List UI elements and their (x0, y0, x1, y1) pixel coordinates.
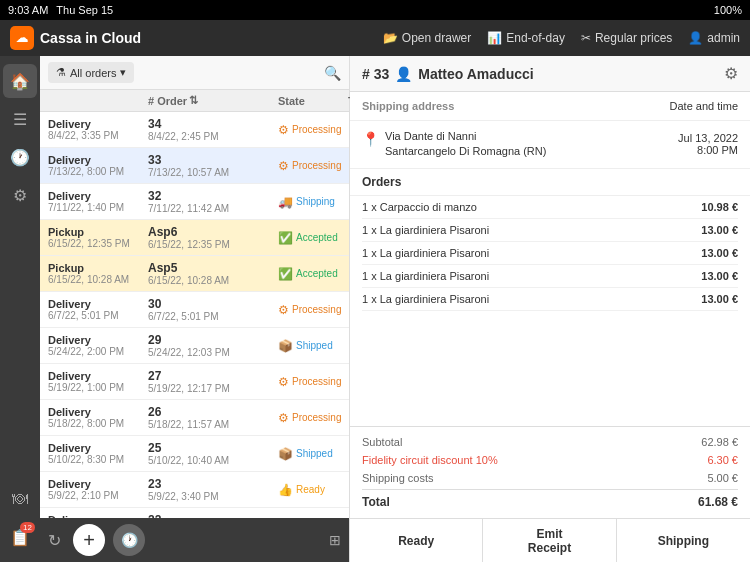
state-icon: ✅ (278, 231, 293, 245)
shipping-cost-label: Shipping costs (362, 472, 434, 484)
total-label: Total (362, 495, 390, 509)
order-row[interactable]: Delivery 7/11/22, 1:40 PM 32 7/11/22, 11… (40, 184, 349, 220)
state-label: Accepted (296, 268, 338, 279)
subtotal-label: Subtotal (362, 436, 402, 448)
sidebar-home[interactable]: 🏠 (3, 64, 37, 98)
chevron-down-icon: ▾ (120, 66, 126, 79)
filter-button[interactable]: ⚗ All orders ▾ (48, 62, 134, 83)
footer-btn-emit-receipt[interactable]: Emit Receipt (483, 519, 616, 562)
order-total: 45.50 € (348, 412, 349, 424)
state-label: Processing (292, 124, 341, 135)
order-items-list: 1 x Carpaccio di manzo 10.98 € 1 x La gi… (350, 196, 750, 426)
order-type-label: Pickup (48, 226, 148, 238)
sidebar-settings[interactable]: ⚙ (3, 178, 37, 212)
detail-panel: # 33 👤 Matteo Amaducci ⚙ Shipping addres… (350, 56, 750, 562)
order-row[interactable]: Pickup 6/15/22, 10:28 AM Asp5 6/15/22, 1… (40, 256, 349, 292)
main-layout: 🏠 ☰ 🕐 ⚙ 🍽 📋 12 ⚗ All orders ▾ 🔍 # Order … (0, 56, 750, 562)
order-number-date: 6/15/22, 10:28 AM (148, 275, 278, 286)
order-row[interactable]: Delivery 8/4/22, 3:35 PM 34 8/4/22, 2:45… (40, 112, 349, 148)
order-type-date: 6/15/22, 12:35 PM (48, 238, 148, 249)
state-icon: 📦 (278, 339, 293, 353)
subtotal-row: Subtotal 62.98 € (362, 433, 738, 451)
filter-label: All orders (70, 67, 116, 79)
discount-value: 6.30 € (707, 454, 738, 466)
state-icon: ⚙ (278, 303, 289, 317)
order-row[interactable]: Delivery 5/9/22, 3:30 PM 22 5/9/22, 3:31… (40, 508, 349, 518)
refresh-button[interactable]: ↻ (48, 531, 61, 550)
detail-settings-icon[interactable]: ⚙ (724, 64, 738, 83)
order-type-date: 5/19/22, 1:00 PM (48, 382, 148, 393)
order-type-cell: Delivery 5/9/22, 2:10 PM (48, 478, 148, 501)
shipping-cost-value: 5.00 € (707, 472, 738, 484)
order-number-label: 27 (148, 369, 278, 383)
sidebar-list[interactable]: ☰ (3, 102, 37, 136)
bottom-actions: ↻ + 🕐 ⊞ (40, 518, 349, 562)
order-number-label: 23 (148, 477, 278, 491)
order-row[interactable]: Delivery 5/24/22, 2:00 PM 29 5/24/22, 12… (40, 328, 349, 364)
order-number-cell: Asp5 6/15/22, 10:28 AM (148, 261, 278, 286)
order-row[interactable]: Delivery 5/9/22, 2:10 PM 23 5/9/22, 3:40… (40, 472, 349, 508)
item-name: 1 x La giardiniera Pisaroni (362, 224, 489, 236)
search-button[interactable]: 🔍 (324, 65, 341, 81)
footer-btn-shipping[interactable]: Shipping (617, 519, 750, 562)
order-total: 49.10 € (348, 484, 349, 496)
top-nav: ☁ Cassa in Cloud 📂 Open drawer 📊 End-of-… (0, 20, 750, 56)
date: Thu Sep 15 (56, 4, 113, 16)
order-number-date: 5/18/22, 11:57 AM (148, 419, 278, 430)
order-row[interactable]: Delivery 5/10/22, 8:30 PM 25 5/10/22, 10… (40, 436, 349, 472)
schedule-button[interactable]: 🕐 (113, 524, 145, 556)
order-state: 📦 Shipped (278, 447, 348, 461)
regular-prices-btn[interactable]: ✂ Regular prices (581, 31, 672, 45)
detail-footer: ReadyEmit ReceiptShipping (350, 518, 750, 562)
item-price: 13.00 € (701, 224, 738, 236)
item-price: 13.00 € (701, 293, 738, 305)
order-type-date: 5/9/22, 2:10 PM (48, 490, 148, 501)
col-order: # Order ⇅ (148, 94, 278, 107)
footer-btn-ready[interactable]: Ready (350, 519, 483, 562)
discount-label: Fidelity circuit discount 10% (362, 454, 498, 466)
sidebar-clock[interactable]: 🕐 (3, 140, 37, 174)
order-type-date: 7/13/22, 8:00 PM (48, 166, 148, 177)
state-icon: ✅ (278, 267, 293, 281)
add-order-button[interactable]: + (73, 524, 105, 556)
order-total: 61.68 € (348, 160, 349, 172)
location-icon: 📍 (362, 131, 379, 147)
col-type (48, 94, 148, 107)
order-type-label: Delivery (48, 406, 148, 418)
admin-btn[interactable]: 👤 admin (688, 31, 740, 45)
detail-header: # 33 👤 Matteo Amaducci ⚙ (350, 56, 750, 92)
order-row[interactable]: Delivery 7/13/22, 8:00 PM 33 7/13/22, 10… (40, 148, 349, 184)
total-row: Total 61.68 € (362, 489, 738, 512)
col-state: State (278, 94, 348, 107)
order-type-label: Pickup (48, 262, 148, 274)
state-icon: ⚙ (278, 159, 289, 173)
status-bar: 9:03 AM Thu Sep 15 100% (0, 0, 750, 20)
order-type-cell: Delivery 7/11/22, 1:40 PM (48, 190, 148, 213)
state-label: Processing (292, 160, 341, 171)
order-type-date: 6/15/22, 10:28 AM (48, 274, 148, 285)
order-number-label: 30 (148, 297, 278, 311)
order-type-cell: Delivery 5/19/22, 1:00 PM (48, 370, 148, 393)
order-row[interactable]: Delivery 5/18/22, 8:00 PM 26 5/18/22, 11… (40, 400, 349, 436)
sidebar-orders[interactable]: 📋 12 (3, 520, 37, 554)
order-item: 1 x La giardiniera Pisaroni 13.00 € (362, 242, 738, 265)
order-item: 1 x Carpaccio di manzo 10.98 € (362, 196, 738, 219)
sidebar-food[interactable]: 🍽 (3, 482, 37, 516)
date-time-label: Date and time (550, 100, 738, 112)
order-type-label: Delivery (48, 334, 148, 346)
bottom-settings-icon[interactable]: ⊞ (329, 532, 341, 548)
order-row[interactable]: Delivery 6/7/22, 5:01 PM 30 6/7/22, 5:01… (40, 292, 349, 328)
discount-row: Fidelity circuit discount 10% 6.30 € (362, 451, 738, 469)
time: 9:03 AM (8, 4, 48, 16)
status-bar-right: 100% (714, 4, 742, 16)
end-of-day-btn[interactable]: 📊 End-of-day (487, 31, 565, 45)
search-icon: 🔍 (324, 65, 341, 81)
order-row[interactable]: Delivery 5/19/22, 1:00 PM 27 5/19/22, 12… (40, 364, 349, 400)
order-number-label: 34 (148, 117, 278, 131)
item-name: 1 x La giardiniera Pisaroni (362, 293, 489, 305)
state-icon: ⚙ (278, 411, 289, 425)
address-left: 📍 Via Dante di Nanni Santarcangelo Di Ro… (362, 129, 550, 160)
order-row[interactable]: Pickup 6/15/22, 12:35 PM Asp6 6/15/22, 1… (40, 220, 349, 256)
order-time: 8:00 PM (550, 144, 738, 156)
open-drawer-btn[interactable]: 📂 Open drawer (383, 31, 471, 45)
